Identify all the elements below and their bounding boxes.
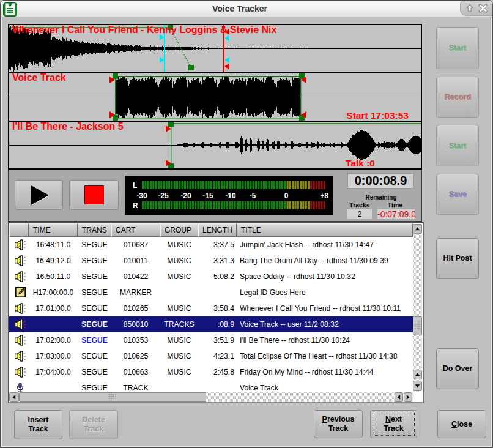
svg-text:+8: +8 (320, 192, 328, 200)
svg-text:-5: -5 (250, 192, 256, 200)
svg-text:Start 17:03:53: Start 17:03:53 (346, 110, 409, 121)
svg-text:L: L (133, 181, 137, 190)
svg-text:-15: -15 (202, 192, 213, 200)
svg-text:-10: -10 (225, 192, 236, 200)
svg-text:-25: -25 (158, 192, 169, 200)
svg-text:-30: -30 (136, 192, 147, 200)
svg-text:R: R (133, 201, 138, 210)
svg-text:Voice Track: Voice Track (12, 72, 66, 83)
svg-text:Talk :0: Talk :0 (346, 158, 375, 168)
svg-text:0: 0 (284, 192, 289, 200)
svg-text:I'll Be There - Jackson 5: I'll Be There - Jackson 5 (12, 121, 124, 132)
svg-text:-20: -20 (180, 192, 191, 200)
svg-text:Whenever I Call You Friend - K: Whenever I Call You Friend - Kenny Loggi… (12, 24, 276, 35)
